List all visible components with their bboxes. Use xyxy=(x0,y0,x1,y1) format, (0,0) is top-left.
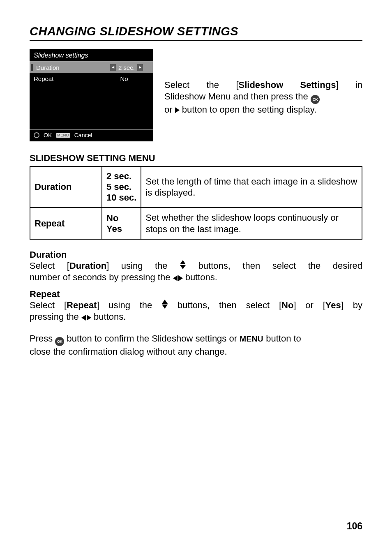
text: No xyxy=(106,213,118,223)
text: the xyxy=(206,79,219,91)
table-key: Duration xyxy=(30,166,102,208)
text: the xyxy=(308,260,321,272)
text: buttons, xyxy=(178,300,210,311)
selection-bar-icon xyxy=(31,64,33,71)
footer-cancel-label: Cancel xyxy=(74,132,92,138)
text: using xyxy=(108,300,130,311)
text: Select xyxy=(30,260,55,272)
text: Slideshow Menu and then press the xyxy=(164,91,311,102)
text: buttons, xyxy=(198,260,231,272)
camera-row-value: 2 sec. xyxy=(118,65,135,71)
menu-box-icon: MENU xyxy=(56,133,70,138)
text: 5 sec. xyxy=(106,182,131,192)
text: ] xyxy=(293,300,296,310)
table-opts: 2 sec. 5 sec. 10 sec. xyxy=(102,166,141,208)
text: desired xyxy=(333,260,362,272)
text: Yes xyxy=(106,224,122,234)
left-right-icon xyxy=(81,315,91,321)
text-bold: Yes xyxy=(325,300,341,310)
repeat-line2: pressing the buttons. xyxy=(30,311,362,323)
text: or xyxy=(164,104,175,115)
text: the xyxy=(155,260,168,272)
table-desc: Set whether the slideshow loops continuo… xyxy=(141,208,362,239)
camera-screenshot: Slideshow settings Duration ◀ 2 sec. ▶ R… xyxy=(30,49,153,141)
text: then xyxy=(219,300,237,311)
text: buttons. xyxy=(183,272,217,282)
text: 10 sec. xyxy=(106,192,136,203)
table-row: Repeat No Yes Set whether the slideshow … xyxy=(30,208,362,239)
text: button to open the setting display. xyxy=(180,104,317,115)
text: select xyxy=(272,260,296,272)
ok-button-icon: OK xyxy=(55,337,64,346)
repeat-subtitle: Repeat xyxy=(30,289,362,300)
up-down-icon xyxy=(161,300,168,311)
text-bold: Settings xyxy=(300,80,336,90)
table-desc: Set the length of time that each image i… xyxy=(141,166,362,208)
camera-row-label: Repeat xyxy=(34,76,53,82)
text-bold: Duration xyxy=(69,261,106,271)
text-bold: Slideshow xyxy=(239,80,284,90)
text: Select xyxy=(30,300,55,311)
text: buttons. xyxy=(91,312,126,322)
camera-footer: OK MENU Cancel xyxy=(30,129,153,141)
table-key: Repeat xyxy=(30,208,102,239)
left-right-icon xyxy=(173,275,183,281)
confirm-line1: Press OK button to confirm the Slideshow… xyxy=(30,333,362,346)
page-number: 106 xyxy=(347,521,362,532)
text: Press xyxy=(30,333,55,344)
text: using xyxy=(121,260,143,272)
left-arrow-icon: ◀ xyxy=(110,64,116,71)
camera-row-value: No xyxy=(120,76,128,82)
text: by xyxy=(353,300,362,311)
duration-line1: Select [Duration] using the buttons, the… xyxy=(30,260,362,272)
text: button to confirm the Slideshow settings… xyxy=(64,333,240,344)
duration-line2: number of seconds by pressing the button… xyxy=(30,272,362,283)
text: the xyxy=(140,300,152,311)
text: button to xyxy=(263,333,301,344)
camera-screen-title: Slideshow settings xyxy=(30,49,153,62)
table-row: Duration 2 sec. 5 sec. 10 sec. Set the l… xyxy=(30,166,362,208)
repeat-line1: Select [Repeat] using the buttons, then … xyxy=(30,300,362,311)
submenu-heading: SLIDESHOW SETTING MENU xyxy=(30,153,362,164)
text: or xyxy=(305,300,314,311)
text: number of seconds by pressing the xyxy=(30,272,173,282)
text: ] xyxy=(106,261,109,271)
intro-paragraph: Select the [Slideshow Settings] in Slide… xyxy=(164,49,362,115)
text-bold: No xyxy=(281,300,293,310)
right-triangle-icon xyxy=(175,107,180,113)
text-bold: Repeat xyxy=(67,300,97,310)
text: Select xyxy=(164,79,189,91)
text: then xyxy=(242,260,260,272)
text: ] xyxy=(336,80,338,90)
right-arrow-icon: ▶ xyxy=(137,64,143,71)
camera-row-repeat: Repeat No xyxy=(30,73,153,84)
duration-subtitle: Duration xyxy=(30,249,362,260)
text: ] xyxy=(341,300,344,310)
ok-dot-icon xyxy=(34,132,39,138)
camera-row-duration: Duration ◀ 2 sec. ▶ xyxy=(30,62,153,73)
up-down-icon xyxy=(180,260,186,272)
confirm-line2: close the confirmation dialog without an… xyxy=(30,346,362,358)
text: in xyxy=(355,79,362,91)
table-opts: No Yes xyxy=(102,208,141,239)
settings-table: Duration 2 sec. 5 sec. 10 sec. Set the l… xyxy=(30,166,362,240)
text: select xyxy=(246,300,270,311)
text: pressing the xyxy=(30,312,81,322)
text: ] xyxy=(97,300,99,310)
footer-ok-label: OK xyxy=(44,132,52,138)
ok-button-icon: OK xyxy=(311,95,320,104)
camera-row-label: Duration xyxy=(36,65,60,71)
menu-word: MENU xyxy=(240,335,263,343)
page-title: CHANGING SLIDESHOW SETTINGS xyxy=(30,25,362,41)
text: 2 sec. xyxy=(106,171,131,181)
